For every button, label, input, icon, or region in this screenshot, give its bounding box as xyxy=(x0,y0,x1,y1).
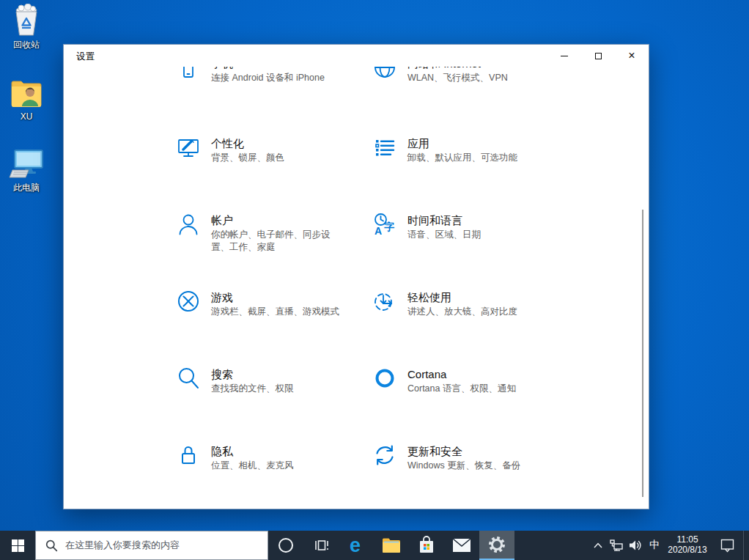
mail-button[interactable] xyxy=(444,531,479,560)
category-subtitle: 你的帐户、电子邮件、同步设 置、工作、家庭 xyxy=(211,229,331,254)
taskbar-search-input[interactable]: 在这里输入你要搜索的内容 xyxy=(35,531,268,560)
category-subtitle: 游戏栏、截屏、直播、游戏模式 xyxy=(211,306,339,318)
desktop-icon-label: 此电脑 xyxy=(0,182,53,194)
minimize-button[interactable] xyxy=(547,45,581,67)
edge-icon: e xyxy=(346,535,366,556)
desktop-icon-label: 回收站 xyxy=(0,39,53,51)
category-tile-privacy[interactable]: 隐私 位置、相机、麦克风 xyxy=(177,444,294,472)
svg-text:字: 字 xyxy=(384,221,394,232)
category-tile-ease-of-access[interactable]: 轻松使用 讲述人、放大镜、高对比度 xyxy=(373,290,517,318)
category-subtitle: 语音、区域、日期 xyxy=(407,229,481,241)
category-title: 手机 xyxy=(211,67,325,70)
titlebar: 设置 × xyxy=(64,45,649,67)
ease-of-access-icon xyxy=(373,290,396,313)
cortana-button[interactable] xyxy=(268,531,303,560)
volume-icon xyxy=(629,539,642,551)
category-tile-personalization[interactable]: 个性化 背景、锁屏、颜色 xyxy=(177,136,284,164)
globe-icon xyxy=(373,67,396,79)
chevron-up-icon xyxy=(594,542,602,548)
privacy-lock-icon xyxy=(177,443,200,467)
clock-date: 2020/8/13 xyxy=(664,545,711,555)
desktop-icon-label: XU xyxy=(0,111,53,122)
category-tile-phone[interactable]: 手机 连接 Android 设备和 iPhone xyxy=(177,67,325,84)
svg-text:e: e xyxy=(350,535,361,556)
category-subtitle: Windows 更新、恢复、备份 xyxy=(407,460,520,472)
start-button[interactable] xyxy=(0,531,35,560)
search-magnifier-icon xyxy=(177,366,200,390)
desktop-icon-recycle-bin[interactable]: 回收站 xyxy=(0,4,53,51)
category-subtitle: 讲述人、放大镜、高对比度 xyxy=(407,306,517,318)
xbox-icon xyxy=(177,290,200,313)
category-title: 应用 xyxy=(407,136,517,150)
accounts-person-icon xyxy=(177,213,200,236)
store-icon xyxy=(417,535,436,556)
taskbar: 在这里输入你要搜索的内容 e xyxy=(0,531,749,560)
search-placeholder: 在这里输入你要搜索的内容 xyxy=(65,539,180,552)
scrollbar-thumb[interactable] xyxy=(642,210,643,497)
category-title: 帐户 xyxy=(211,213,331,227)
edge-button[interactable]: e xyxy=(339,531,374,560)
category-title: 隐私 xyxy=(211,444,294,458)
task-view-icon xyxy=(312,537,330,554)
this-pc-icon xyxy=(7,147,45,180)
category-tile-cortana[interactable]: Cortana Cortana 语言、权限、通知 xyxy=(373,367,516,395)
category-title: 轻松使用 xyxy=(407,290,517,304)
window-title: 设置 xyxy=(76,51,95,63)
tray-ime-indicator[interactable]: 中 xyxy=(645,531,664,560)
taskbar-empty-area xyxy=(514,531,589,560)
close-icon: × xyxy=(628,50,635,62)
cortana-circle-icon xyxy=(278,537,294,553)
tray-volume-button[interactable] xyxy=(626,531,645,560)
category-tile-update-security[interactable]: 更新和安全 Windows 更新、恢复、备份 xyxy=(373,444,520,472)
clock-time: 11:05 xyxy=(664,534,711,545)
windows-logo-icon xyxy=(12,539,24,552)
phone-icon xyxy=(177,67,200,79)
mail-icon xyxy=(452,538,471,553)
user-folder-icon xyxy=(10,76,43,110)
category-title: 网络和 Internet xyxy=(407,67,508,70)
store-button[interactable] xyxy=(409,531,444,560)
category-tile-apps[interactable]: 应用 卸载、默认应用、可选功能 xyxy=(373,136,517,164)
category-tile-time-language[interactable]: 字 A 时间和语言 语音、区域、日期 xyxy=(373,213,481,241)
tray-clock[interactable]: 11:05 2020/8/13 xyxy=(664,531,711,560)
apps-list-icon xyxy=(373,136,396,159)
action-center-button[interactable] xyxy=(711,531,743,560)
category-tile-search[interactable]: 搜索 查找我的文件、权限 xyxy=(177,367,294,395)
file-explorer-button[interactable] xyxy=(374,531,409,560)
category-tile-network[interactable]: 网络和 Internet WLAN、飞行模式、VPN xyxy=(373,67,508,84)
show-desktop-button[interactable] xyxy=(743,531,749,560)
desktop-icon-user-folder[interactable]: XU xyxy=(0,76,53,122)
network-icon xyxy=(610,539,623,551)
update-refresh-icon xyxy=(373,443,396,467)
action-center-icon xyxy=(720,539,734,553)
settings-button[interactable] xyxy=(479,531,514,560)
category-tile-accounts[interactable]: 帐户 你的帐户、电子邮件、同步设 置、工作、家庭 xyxy=(177,213,331,254)
maximize-icon xyxy=(595,53,602,59)
settings-gear-icon xyxy=(488,536,506,553)
task-view-button[interactable] xyxy=(303,531,339,560)
desktop-icon-this-pc[interactable]: 此电脑 xyxy=(0,147,53,194)
category-title: 时间和语言 xyxy=(407,213,481,227)
category-subtitle: 卸载、默认应用、可选功能 xyxy=(407,152,517,164)
category-subtitle: 背景、锁屏、颜色 xyxy=(211,152,284,164)
tray-network-button[interactable] xyxy=(607,531,626,560)
category-tile-gaming[interactable]: 游戏 游戏栏、截屏、直播、游戏模式 xyxy=(177,290,339,318)
category-title: Cortana xyxy=(407,367,516,381)
category-subtitle: 位置、相机、麦克风 xyxy=(211,460,294,472)
tray-chevron-button[interactable] xyxy=(589,531,607,560)
category-title: 更新和安全 xyxy=(407,444,520,458)
minimize-icon xyxy=(561,56,568,56)
category-title: 个性化 xyxy=(211,136,284,150)
file-explorer-icon xyxy=(382,537,401,553)
search-icon xyxy=(45,539,58,552)
category-subtitle: 查找我的文件、权限 xyxy=(211,383,294,395)
cortana-icon xyxy=(373,366,396,390)
personalization-icon xyxy=(177,136,200,159)
settings-window: 设置 × 手机 连接 Android 设备和 iPhone 网络和 Intern… xyxy=(63,44,649,509)
maximize-button[interactable] xyxy=(581,45,615,67)
time-language-icon: 字 A xyxy=(373,213,396,236)
close-button[interactable]: × xyxy=(615,45,649,67)
recycle-bin-icon xyxy=(11,4,42,37)
settings-category-grid: 手机 连接 Android 设备和 iPhone 网络和 Internet WL… xyxy=(64,67,649,509)
category-subtitle: WLAN、飞行模式、VPN xyxy=(407,72,508,84)
